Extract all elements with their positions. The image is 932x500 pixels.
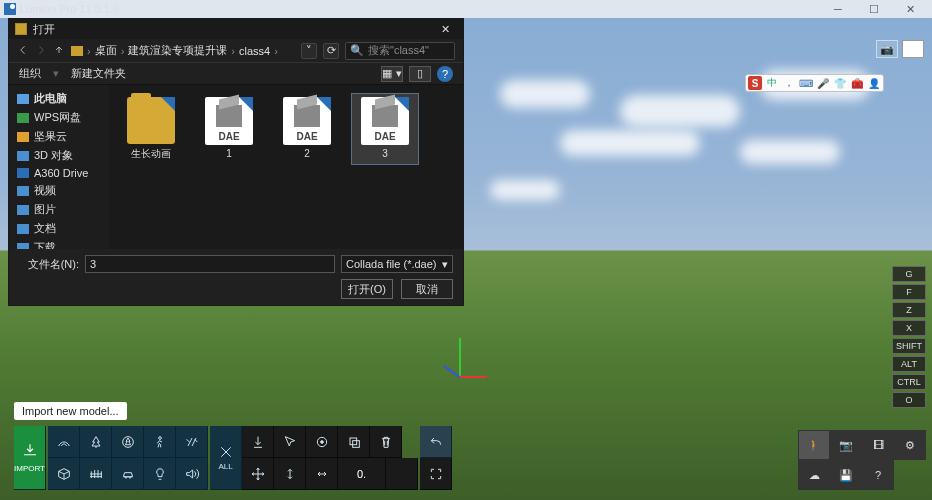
nature-button[interactable] [48, 426, 80, 458]
light-button[interactable] [144, 458, 176, 490]
view-square-icon[interactable] [902, 40, 924, 58]
filename-input[interactable] [85, 255, 335, 273]
doc-icon [17, 224, 29, 234]
sidebar-label: 此电脑 [34, 91, 67, 106]
frame-button[interactable] [420, 458, 452, 490]
dialog-title: 打开 [33, 22, 55, 37]
view-mode-button[interactable]: ▦ ▾ [381, 66, 403, 82]
refresh-button[interactable]: ⟳ [323, 43, 339, 59]
view-corner: 📷 [876, 40, 924, 58]
save-button[interactable]: 💾 [830, 460, 862, 490]
ime-skin-icon[interactable]: 👕 [833, 76, 847, 90]
target-button[interactable] [306, 426, 338, 458]
sidebar-item[interactable]: A360 Drive [9, 165, 109, 181]
newfolder-button[interactable]: 新建文件夹 [71, 66, 126, 81]
tree-button[interactable] [80, 426, 112, 458]
tree-circle-button[interactable] [112, 426, 144, 458]
sidebar-item[interactable]: WPS网盘 [9, 108, 109, 127]
file-item[interactable]: 生长动画 [117, 93, 185, 165]
bottom-toolbar: Import new model... IMPORT [0, 404, 932, 500]
walk-button[interactable] [144, 426, 176, 458]
file-item[interactable]: DAE2 [273, 93, 341, 165]
ime-user-icon[interactable]: 👤 [867, 76, 881, 90]
ime-toolbar[interactable]: S 中 ， ⌨ 🎤 👕 🧰 👤 [745, 74, 884, 92]
key-hint: O [892, 392, 926, 408]
sidebar-item[interactable]: 3D 对象 [9, 146, 109, 165]
app-logo-icon [4, 3, 16, 15]
file-open-dialog: 打开 ✕ › 桌面 › 建筑渲染专项提升课 › class4 › ˅ ⟳ 🔍 搜… [8, 18, 464, 306]
cube-button[interactable] [48, 458, 80, 490]
sidebar-item[interactable]: 视频 [9, 181, 109, 200]
app-title: Lumion Pro 11.0.1.9 [20, 3, 119, 15]
search-placeholder: 搜索"class4" [368, 43, 429, 58]
ime-keyboard-icon[interactable]: ⌨ [799, 76, 813, 90]
sidebar-item[interactable]: 此电脑 [9, 89, 109, 108]
breadcrumb-item[interactable]: 桌面 [95, 43, 117, 58]
cancel-button[interactable]: 取消 [401, 279, 453, 299]
rotate-button[interactable] [306, 458, 338, 490]
file-grid[interactable]: 生长动画DAE1DAE2DAE3 [109, 85, 463, 249]
key-hint: SHIFT [892, 338, 926, 354]
undo-button[interactable] [420, 426, 452, 458]
lang-indicator[interactable]: 中 [765, 76, 779, 90]
sidebar-item[interactable]: 下载 [9, 238, 109, 249]
organize-menu[interactable]: 组织 [19, 66, 41, 81]
fence-button[interactable] [80, 458, 112, 490]
sogou-icon[interactable]: S [748, 76, 762, 90]
sidebar-item[interactable]: 坚果云 [9, 127, 109, 146]
help-button[interactable]: ? [437, 66, 453, 82]
sidebar-label: 下载 [34, 240, 56, 249]
svg-point-2 [320, 440, 323, 443]
dae-icon: DAE [283, 97, 331, 145]
spacer [386, 458, 418, 490]
close-button[interactable]: ✕ [892, 0, 928, 18]
file-item[interactable]: DAE1 [195, 93, 263, 165]
path-dropdown[interactable]: ˅ [301, 43, 317, 59]
sound-button[interactable] [176, 458, 208, 490]
camera-button[interactable]: 📷 [830, 430, 862, 460]
preview-pane-button[interactable]: ▯ [409, 66, 431, 82]
ime-mic-icon[interactable]: 🎤 [816, 76, 830, 90]
dialog-close-button[interactable]: ✕ [433, 23, 457, 36]
car-button[interactable] [112, 458, 144, 490]
nav-up-button[interactable] [53, 44, 65, 58]
nav-forward-button[interactable] [35, 44, 47, 58]
search-input[interactable]: 🔍 搜索"class4" [345, 42, 455, 60]
delete-button[interactable] [370, 426, 402, 458]
titlebar: Lumion Pro 11.0.1.9 ─ ☐ ✕ [0, 0, 932, 18]
breadcrumb[interactable]: › 桌面 › 建筑渲染专项提升课 › class4 › [71, 43, 295, 58]
camera-icon[interactable]: 📷 [876, 40, 898, 58]
open-button[interactable]: 打开(O) [341, 279, 393, 299]
file-item[interactable]: DAE3 [351, 93, 419, 165]
sidebar-item[interactable]: 文档 [9, 219, 109, 238]
cloud-icon[interactable]: ☁ [798, 460, 830, 490]
value-field[interactable]: 0. [338, 458, 386, 490]
dae-icon: DAE [361, 97, 409, 145]
key-hints: GFZXSHIFTALTCTRLO [892, 266, 926, 408]
move-button[interactable] [242, 458, 274, 490]
filetype-select[interactable]: Collada file (*.dae)▾ [341, 255, 453, 273]
file-name: 2 [304, 148, 310, 159]
nav-back-button[interactable] [17, 44, 29, 58]
place-button[interactable] [242, 426, 274, 458]
all-button[interactable]: ALL [210, 426, 242, 490]
svg-rect-3 [350, 438, 357, 445]
select-button[interactable] [274, 426, 306, 458]
copy-button[interactable] [338, 426, 370, 458]
scale-button[interactable] [274, 458, 306, 490]
ime-punct-icon[interactable]: ， [782, 76, 796, 90]
maximize-button[interactable]: ☐ [856, 0, 892, 18]
fx-button[interactable] [176, 426, 208, 458]
breadcrumb-item[interactable]: 建筑渲染专项提升课 [128, 43, 227, 58]
sidebar[interactable]: 此电脑WPS网盘坚果云3D 对象A360 Drive视频图片文档下载音乐桌面OS… [9, 85, 109, 249]
settings-button[interactable]: ⚙ [894, 430, 926, 460]
breadcrumb-item[interactable]: class4 [239, 45, 270, 57]
film-button[interactable]: 🎞 [862, 430, 894, 460]
minimize-button[interactable]: ─ [820, 0, 856, 18]
file-name: 3 [382, 148, 388, 159]
import-button[interactable]: IMPORT [14, 426, 46, 490]
help-button[interactable]: ? [862, 460, 894, 490]
person-icon[interactable]: 🚶 [798, 430, 830, 460]
ime-toolbox-icon[interactable]: 🧰 [850, 76, 864, 90]
sidebar-item[interactable]: 图片 [9, 200, 109, 219]
